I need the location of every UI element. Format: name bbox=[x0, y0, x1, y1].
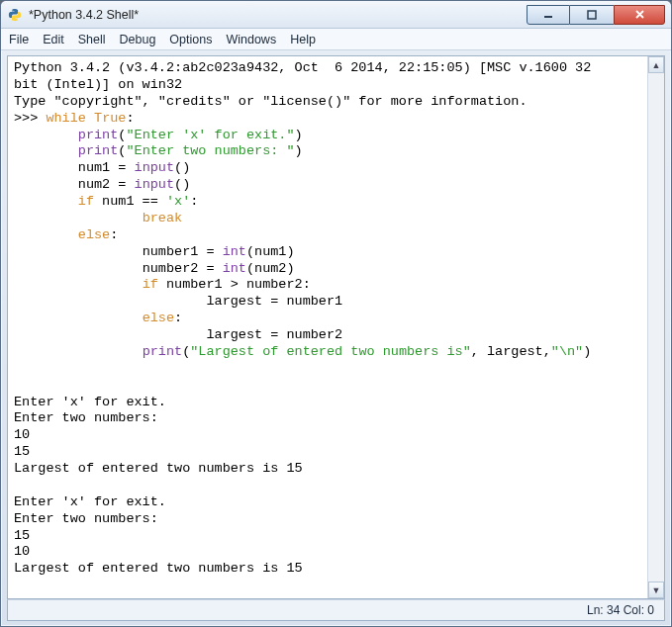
str: "\n" bbox=[551, 344, 583, 359]
code-text: num2 = bbox=[78, 177, 135, 192]
output-line: Enter 'x' for exit. bbox=[14, 395, 166, 409]
fn-print: print bbox=[143, 344, 183, 359]
output-line: Largest of entered two numbers is 15 bbox=[14, 461, 303, 476]
cursor-position: Ln: 34 Col: 0 bbox=[587, 603, 654, 617]
paren: ) bbox=[295, 128, 303, 142]
output-line: Enter two numbers: bbox=[14, 410, 158, 425]
fn-input: input bbox=[135, 177, 175, 192]
str: 'x' bbox=[166, 194, 190, 209]
output-line: Enter 'x' for exit. bbox=[14, 494, 166, 509]
fn-input: input bbox=[135, 160, 175, 175]
minimize-button[interactable] bbox=[527, 5, 570, 25]
kw-true: True bbox=[94, 111, 126, 126]
call: () bbox=[174, 160, 190, 175]
banner-line: Type "copyright", "credits" or "license(… bbox=[14, 94, 527, 109]
output-line: 15 bbox=[14, 444, 30, 459]
code-text: number1 > number2: bbox=[158, 277, 311, 292]
colon: : bbox=[174, 311, 182, 325]
maximize-button[interactable] bbox=[570, 5, 614, 25]
fn-int: int bbox=[223, 244, 246, 259]
paren: ) bbox=[583, 344, 591, 359]
vertical-scrollbar[interactable]: ▲ ▼ bbox=[647, 56, 664, 598]
code-text: number2 = bbox=[143, 261, 223, 276]
colon: : bbox=[110, 227, 118, 242]
scroll-down-button[interactable]: ▼ bbox=[648, 582, 664, 598]
fn-int: int bbox=[223, 261, 246, 276]
code-text: largest = number1 bbox=[206, 294, 342, 309]
output-line: 10 bbox=[14, 427, 30, 442]
code-text: largest = number2 bbox=[206, 327, 342, 342]
scroll-up-button[interactable]: ▲ bbox=[648, 56, 664, 73]
banner-line: Python 3.4.2 (v3.4.2:ab2c023a9432, Oct 6… bbox=[14, 60, 591, 75]
statusbar: Ln: 34 Col: 0 bbox=[7, 599, 665, 621]
output-line: 10 bbox=[14, 544, 30, 559]
menu-help[interactable]: Help bbox=[290, 33, 316, 46]
menu-debug[interactable]: Debug bbox=[120, 33, 156, 46]
output-line: Enter two numbers: bbox=[14, 511, 158, 526]
kw-else: else bbox=[143, 311, 174, 325]
close-button[interactable] bbox=[614, 5, 665, 25]
code-text: num1 == bbox=[94, 194, 166, 209]
colon: : bbox=[126, 111, 134, 126]
svg-rect-0 bbox=[544, 16, 552, 18]
menu-file[interactable]: File bbox=[9, 33, 29, 46]
code-text: (num1) bbox=[246, 244, 295, 259]
menu-shell[interactable]: Shell bbox=[78, 33, 106, 46]
app-window: *Python 3.4.2 Shell* File Edit Shell Deb… bbox=[0, 0, 672, 627]
paren: ) bbox=[295, 143, 303, 158]
python-icon bbox=[7, 7, 23, 23]
window-controls bbox=[527, 5, 665, 25]
fn-print: print bbox=[78, 128, 119, 142]
fn-print: print bbox=[78, 143, 119, 158]
menu-options[interactable]: Options bbox=[169, 33, 212, 46]
kw-while: while bbox=[46, 111, 86, 126]
titlebar[interactable]: *Python 3.4.2 Shell* bbox=[1, 1, 671, 29]
editor-pane: Python 3.4.2 (v3.4.2:ab2c023a9432, Oct 6… bbox=[7, 55, 665, 599]
code-text: num1 = bbox=[78, 160, 135, 175]
call: () bbox=[174, 177, 190, 192]
kw-else: else bbox=[78, 227, 110, 242]
kw-if: if bbox=[78, 194, 94, 209]
str: "Enter 'x' for exit." bbox=[126, 128, 294, 142]
code-text: , largest, bbox=[471, 344, 551, 359]
menubar: File Edit Shell Debug Options Windows He… bbox=[1, 29, 671, 50]
window-title: *Python 3.4.2 Shell* bbox=[29, 8, 527, 22]
menu-edit[interactable]: Edit bbox=[43, 33, 64, 46]
str: "Enter two numbers: " bbox=[126, 143, 294, 158]
output-line: Largest of entered two numbers is 15 bbox=[14, 561, 303, 576]
prompt: >>> bbox=[14, 111, 46, 126]
shell-text-area[interactable]: Python 3.4.2 (v3.4.2:ab2c023a9432, Oct 6… bbox=[8, 56, 647, 598]
code-text: (num2) bbox=[246, 261, 295, 276]
colon: : bbox=[190, 194, 198, 209]
menu-windows[interactable]: Windows bbox=[226, 33, 276, 46]
banner-line: bit (Intel)] on win32 bbox=[14, 77, 182, 92]
kw-break: break bbox=[143, 211, 183, 225]
code-text: number1 = bbox=[143, 244, 223, 259]
kw-if: if bbox=[143, 277, 158, 292]
svg-rect-1 bbox=[588, 11, 596, 19]
str: "Largest of entered two numbers is" bbox=[190, 344, 471, 359]
output-line: 15 bbox=[14, 528, 30, 543]
